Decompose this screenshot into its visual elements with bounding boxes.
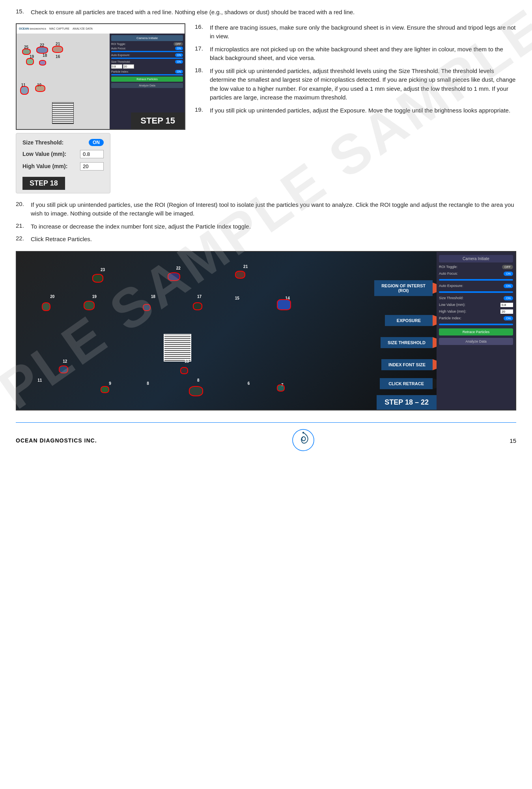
right-col: 16. If there are tracing issues, make su… [195, 23, 516, 193]
callout-exposure: EXPOSURE [385, 315, 433, 326]
step-22-item: 22. Click Retrace Particles. [16, 235, 516, 244]
particle-label-18: 18 [43, 53, 47, 58]
step-18-text: If you still pick up unintended particle… [210, 67, 516, 102]
screenshot-topbar: OCEAN DIAGNOSTICS MAC CAPTURE ANALYZE DA… [17, 24, 185, 34]
big-exposure-slider[interactable] [439, 291, 513, 293]
low-value-input[interactable] [80, 150, 104, 158]
step-17-item: 17. If microplastics are not picked up o… [195, 45, 516, 63]
traced-particle-1 [22, 49, 31, 55]
callout-index-wrapper: INDEX FONT SIZE [381, 359, 433, 370]
left-col: OCEAN DIAGNOSTICS MAC CAPTURE ANALYZE DA… [16, 23, 185, 193]
callout-exposure-wrapper: EXPOSURE [385, 315, 433, 326]
step-22-text: Click Retrace Particles. [31, 235, 92, 244]
size-threshold-toggle[interactable]: ON [89, 139, 104, 146]
callout-roi-wrapper: REGION OF INTERST(ROI) [374, 280, 433, 296]
big-roi-toggle[interactable]: OFF [502, 265, 513, 269]
ss-index-slider [111, 74, 183, 75]
step-19-num: 19. [195, 106, 207, 115]
content-section: OCEAN DIAGNOSTICS MAC CAPTURE ANALYZE DA… [16, 23, 516, 193]
traced-particle-2 [36, 47, 48, 54]
step-19-item: 19. If you still pick up unintended part… [195, 106, 516, 115]
traced-particle-4 [26, 58, 34, 65]
size-threshold-label: Size Threshold: [22, 139, 89, 146]
ss-camera-button: Camera Initiate [111, 35, 183, 41]
big-low-row: Low Value (mm): 0.8 [439, 303, 513, 307]
high-value-label: High Value (mm): [22, 163, 80, 169]
callout-size-text: SIZE THRESHOLD [388, 340, 426, 345]
callout-index: INDEX FONT SIZE [381, 359, 433, 370]
callout-index-text: INDEX FONT SIZE [388, 362, 426, 367]
step18-badge: STEP 18 [22, 177, 65, 190]
step-15-text: Check to ensure all particles are traced… [31, 8, 355, 17]
step-16-num: 16. [195, 23, 207, 41]
qr-placeholder-screenshot [52, 102, 74, 124]
big-camera-btn: Camera Initiate [439, 255, 513, 262]
svg-point-1 [302, 432, 304, 434]
step-21-item: 21. To increase or decrease the index nu… [16, 222, 516, 231]
step-20-text: If you still pick up unintended particle… [31, 201, 516, 218]
step-20-num: 20. [16, 201, 28, 218]
ss-size-row: Size Threshold: ON [111, 60, 183, 64]
steps-16-19: 16. If there are tracing issues, make su… [195, 23, 516, 115]
step-22-num: 22. [16, 235, 28, 244]
big-right-panel: Camera Initiate ROI Toggle: OFF Auto Foc… [437, 252, 515, 410]
step18-22-badge: STEP 18 – 22 [377, 395, 437, 410]
big-screenshot-inner: 23 22 21 20 19 18 17 15 14 [17, 252, 515, 410]
big-low-value: 0.8 [500, 303, 513, 307]
big-autofocus-toggle[interactable]: ON [504, 272, 513, 276]
step-15-item: 15. Check to ensure all particles are tr… [16, 8, 516, 17]
big-analyze-btn[interactable]: Analyze Data [439, 338, 513, 345]
ss-focus-slider [111, 51, 183, 52]
ss-retrace-button: Retrace Particles [111, 77, 183, 82]
callout-retrace-wrapper: CLICK RETRACE [380, 378, 433, 389]
big-screenshot: 23 22 21 20 19 18 17 15 14 [16, 251, 516, 410]
footer-company: OCEAN DIAGNOSTICS INC. [16, 437, 97, 444]
ss-low-input[interactable] [111, 64, 122, 69]
page-footer: OCEAN DIAGNOSTICS INC. 15 [16, 422, 516, 456]
callout-roi: REGION OF INTERST(ROI) [374, 280, 433, 296]
big-index-toggle[interactable]: ON [504, 316, 513, 320]
traced-particle-6 [20, 86, 29, 95]
big-index-slider[interactable] [439, 324, 513, 325]
size-threshold-row: Size Threshold: ON [22, 139, 104, 146]
big-exposure-row: Auto Exposure: ON [439, 284, 513, 288]
big-exposure-toggle[interactable]: ON [504, 284, 513, 288]
ss-index-row: Particle Index: ON [111, 70, 183, 73]
ss-logo: OCEAN DIAGNOSTICS [19, 27, 46, 30]
ss-size-values [111, 64, 183, 69]
step-16-text: If there are tracing issues, make sure o… [210, 23, 516, 41]
particles-area: 25 22 21 19 18 16 11 10 [17, 34, 110, 129]
callout-retrace: CLICK RETRACE [380, 378, 433, 389]
ss-exposure-row: Auto Exposure: ON [111, 53, 183, 57]
page-container: PLE SAMPLE SAMPLE 15. Check to ensure al… [0, 0, 532, 464]
big-focus-slider[interactable] [439, 279, 513, 281]
footer-page-num: 15 [510, 437, 516, 444]
ss-high-input[interactable] [123, 64, 134, 69]
step15-badge: STEP 15 [131, 112, 185, 129]
callout-size-wrapper: SIZE THRESHOLD [381, 337, 433, 348]
step-17-text: If microplastics are not picked up on th… [210, 45, 516, 63]
big-retrace-btn[interactable]: Retrace Particles [439, 328, 513, 335]
step-21-num: 21. [16, 222, 28, 231]
callout-area: REGION OF INTERST(ROI) EXPOSURE SIZE THR… [17, 252, 437, 410]
big-high-row: High Value (mm): 20 [439, 309, 513, 314]
high-value-input[interactable] [80, 162, 104, 171]
step-18-num: 18. [195, 67, 207, 102]
big-autofocus-row: Auto Focus: ON [439, 272, 513, 276]
step-20-item: 20. If you still pick up unintended part… [16, 201, 516, 218]
callout-retrace-text: CLICK RETRACE [388, 381, 424, 386]
callout-size: SIZE THRESHOLD [381, 337, 433, 348]
traced-particle-5 [39, 60, 46, 66]
ss-roi-row: ROI Toggle: OFF [111, 42, 183, 46]
big-size-toggle[interactable]: ON [504, 296, 513, 300]
big-high-value: 20 [500, 309, 513, 314]
ss-analyze-button: Analyze Data [111, 83, 183, 88]
ocean-logo [291, 428, 315, 453]
step-21-text: To increase or decrease the index number… [31, 222, 251, 231]
step15-screenshot: OCEAN DIAGNOSTICS MAC CAPTURE ANALYZE DA… [16, 23, 185, 130]
traced-particle-7 [35, 85, 45, 92]
step-18-item: 18. If you still pick up unintended part… [195, 67, 516, 102]
footer-logo-area: OCEAN DIAGNOSTICS INC. [16, 437, 97, 444]
callout-roi-text: REGION OF INTERST(ROI) [381, 283, 426, 293]
traced-particle-3 [52, 46, 63, 53]
